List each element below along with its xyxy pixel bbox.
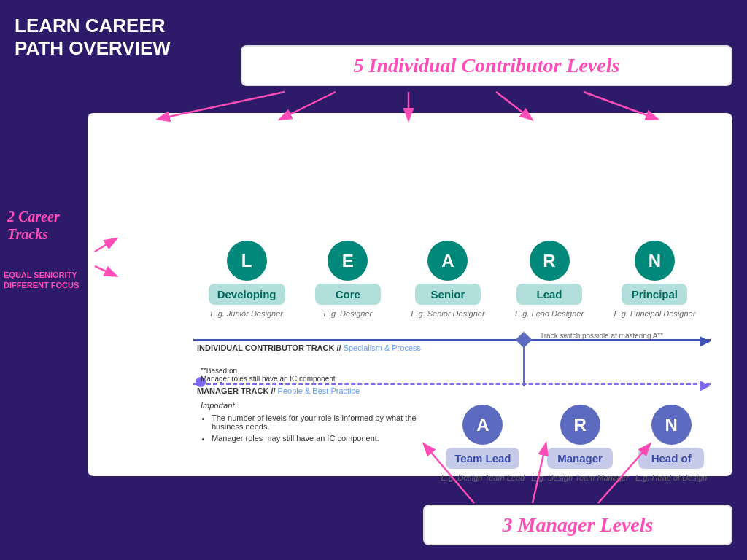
circle-r-manager: R: [560, 405, 600, 445]
ic-track-circles: L Developing E.g. Junior Designer E Core…: [193, 241, 711, 318]
level-box-team-lead: Team Lead: [446, 448, 519, 469]
example-senior: E.g. Senior Designer: [411, 309, 485, 318]
level-box-principal: Principal: [622, 284, 687, 305]
level-box-head-of: Head of: [638, 448, 704, 469]
level-senior: A Senior E.g. Senior Designer: [411, 241, 485, 318]
level-team-lead: A Team Lead E.g. Design Team Lead: [441, 405, 525, 482]
example-core: E.g. Designer: [324, 309, 373, 318]
level-lead: R Lead E.g. Lead Designer: [515, 241, 584, 318]
manager-track-line: [193, 383, 711, 385]
example-developing: E.g. Junior Designer: [210, 309, 283, 318]
circle-n: N: [635, 241, 675, 281]
ic-levels-label: 5 Individual Contributor Levels: [354, 54, 620, 77]
level-manager: R Manager E.g. Design Team Manager: [531, 405, 629, 482]
vertical-connector: [523, 339, 525, 386]
footnote: **Based onManager roles still have an IC…: [201, 367, 336, 383]
example-lead: E.g. Lead Designer: [515, 309, 584, 318]
level-box-manager: Manager: [547, 448, 613, 469]
circle-a-manager: A: [462, 405, 503, 445]
manager-levels-box: 3 Manager Levels: [423, 505, 732, 545]
level-box-lead: Lead: [516, 284, 582, 305]
manager-track-circles: A Team Lead E.g. Design Team Lead R Mana…: [438, 405, 711, 482]
important-section: Important: The number of levels for your…: [201, 401, 419, 446]
level-box-developing: Developing: [209, 284, 285, 305]
circle-e: E: [328, 241, 368, 281]
page-title: LEARN CAREER PATH OVERVIEW: [15, 15, 171, 60]
circle-r: R: [530, 241, 570, 281]
equal-seniority-label: Equal seniorityDifferent focus: [4, 270, 88, 291]
level-box-senior: Senior: [415, 284, 481, 305]
manager-track-subtitle: People & Best Practice: [276, 386, 360, 395]
ic-track-label: INDIVIDUAL CONTRIBUTOR TRACK // Speciali…: [197, 343, 421, 352]
circle-a: A: [427, 241, 468, 281]
ic-levels-box: 5 Individual Contributor Levels: [241, 45, 732, 86]
manager-track-label: MANAGER TRACK // People & Best Practice: [197, 386, 360, 395]
example-manager: E.g. Design Team Manager: [531, 473, 629, 482]
level-core: E Core E.g. Designer: [315, 241, 381, 318]
important-item-1: The number of levels for your role is in…: [212, 413, 419, 431]
career-tracks-label: 2 CareerTracks: [7, 208, 88, 243]
example-head-of: E.g. Head of Design: [635, 473, 707, 482]
level-head-of: N Head of E.g. Head of Design: [635, 405, 707, 482]
level-box-core: Core: [315, 284, 381, 305]
circle-l: L: [227, 241, 267, 281]
important-item-2: Manager roles may still have an IC compo…: [212, 434, 419, 443]
level-principal: N Principal E.g. Principal Designer: [614, 241, 695, 318]
important-list: The number of levels for your role is in…: [201, 413, 419, 443]
ic-track-subtitle: Specialism & Process: [341, 343, 421, 352]
example-team-lead: E.g. Design Team Lead: [441, 473, 525, 482]
main-card: L Developing E.g. Junior Designer E Core…: [88, 113, 732, 476]
example-principal: E.g. Principal Designer: [614, 309, 695, 318]
level-developing: L Developing E.g. Junior Designer: [209, 241, 285, 318]
circle-n-manager: N: [651, 405, 692, 445]
track-switch-note: Track switch possible at mastering A**: [540, 332, 663, 340]
important-title: Important:: [201, 401, 419, 410]
manager-levels-label: 3 Manager Levels: [503, 513, 654, 536]
